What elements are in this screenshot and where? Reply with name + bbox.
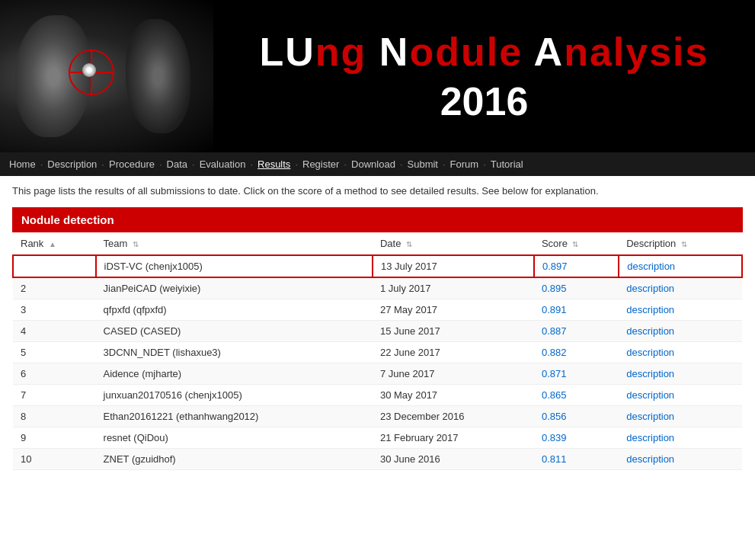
cell-score: 0.856 bbox=[534, 406, 619, 427]
cell-team: ZNET (gzuidhof) bbox=[96, 449, 373, 470]
cell-rank: 10 bbox=[13, 449, 96, 470]
cell-date: 30 June 2016 bbox=[373, 449, 534, 470]
cell-score: 0.891 bbox=[534, 299, 619, 321]
description-link[interactable]: description bbox=[626, 389, 674, 401]
table-row: 3qfpxfd (qfpxfd)27 May 20170.891descript… bbox=[13, 299, 742, 321]
score-link[interactable]: 0.897 bbox=[542, 261, 568, 272]
table-row: 6Aidence (mjharte)7 June 20170.871descri… bbox=[13, 363, 742, 385]
cell-date: 15 June 2017 bbox=[373, 321, 534, 342]
cell-date: 22 June 2017 bbox=[373, 342, 534, 363]
cell-date: 23 December 2016 bbox=[373, 406, 534, 427]
nav-register[interactable]: Register bbox=[302, 158, 339, 170]
score-link[interactable]: 0.891 bbox=[542, 304, 567, 315]
cell-score: 0.811 bbox=[534, 449, 619, 470]
nav-evaluation[interactable]: Evaluation bbox=[200, 158, 246, 170]
table-row: 2JianPeiCAD (weiyixie)1 July 20170.895de… bbox=[13, 277, 742, 299]
description-link[interactable]: description bbox=[626, 325, 674, 337]
description-link[interactable]: description bbox=[626, 304, 674, 315]
table-row: 8Ethan20161221 (ethanhwang2012)23 Decemb… bbox=[13, 406, 742, 427]
cell-team: resnet (QiDou) bbox=[96, 427, 373, 449]
nav-procedure[interactable]: Procedure bbox=[109, 158, 155, 170]
nav-results[interactable]: Results bbox=[258, 158, 290, 170]
cell-team: Aidence (mjharte) bbox=[96, 363, 373, 385]
nav-tutorial[interactable]: Tutorial bbox=[491, 158, 523, 170]
title-l: L bbox=[260, 30, 286, 74]
score-link[interactable]: 0.811 bbox=[542, 453, 567, 465]
cell-description: description bbox=[619, 406, 742, 427]
cell-team: junxuan20170516 (chenjx1005) bbox=[96, 385, 373, 406]
cell-rank bbox=[13, 255, 96, 277]
description-link[interactable]: description bbox=[626, 368, 674, 379]
page-description: This page lists the results of all submi… bbox=[12, 185, 743, 197]
score-link[interactable]: 0.856 bbox=[542, 411, 567, 422]
table-row: 9resnet (QiDou)21 February 20170.839desc… bbox=[13, 427, 742, 449]
score-link[interactable]: 0.895 bbox=[542, 283, 567, 294]
cell-description: description bbox=[619, 321, 742, 342]
cell-team: JianPeiCAD (weiyixie) bbox=[96, 277, 373, 299]
score-link[interactable]: 0.871 bbox=[542, 368, 567, 379]
table-header-row: Rank ▲ Team ⇅ Date ⇅ Score ⇅ Description… bbox=[13, 232, 742, 255]
nav-home[interactable]: Home bbox=[9, 158, 36, 170]
score-link[interactable]: 0.882 bbox=[542, 347, 567, 358]
nav-data[interactable]: Data bbox=[167, 158, 187, 170]
page-header: LUng Nodule Analysis 2016 bbox=[0, 0, 755, 152]
score-link[interactable]: 0.865 bbox=[542, 389, 567, 401]
cell-score: 0.882 bbox=[534, 342, 619, 363]
cell-rank: 8 bbox=[13, 406, 96, 427]
col-rank[interactable]: Rank ▲ bbox=[13, 232, 96, 255]
cell-description: description bbox=[619, 277, 742, 299]
cell-description: description bbox=[619, 449, 742, 470]
cell-date: 30 May 2017 bbox=[373, 385, 534, 406]
cell-team: qfpxfd (qfpxfd) bbox=[96, 299, 373, 321]
lung-right bbox=[126, 19, 190, 133]
cell-rank: 2 bbox=[13, 277, 96, 299]
nav-forum[interactable]: Forum bbox=[450, 158, 479, 170]
cell-team: CASED (CASED) bbox=[96, 321, 373, 342]
cell-rank: 5 bbox=[13, 342, 96, 363]
cell-team: iDST-VC (chenjx1005) bbox=[96, 255, 373, 277]
col-description[interactable]: Description ⇅ bbox=[619, 232, 742, 255]
title-line1: LUng Nodule Analysis bbox=[260, 29, 709, 75]
cell-score: 0.839 bbox=[534, 427, 619, 449]
cell-score: 0.887 bbox=[534, 321, 619, 342]
cell-date: 27 May 2017 bbox=[373, 299, 534, 321]
col-date[interactable]: Date ⇅ bbox=[373, 232, 534, 255]
description-link[interactable]: description bbox=[627, 261, 675, 272]
cell-score: 0.895 bbox=[534, 277, 619, 299]
cell-rank: 9 bbox=[13, 427, 96, 449]
navbar: Home · Description · Procedure · Data · … bbox=[0, 152, 755, 176]
cell-rank: 3 bbox=[13, 299, 96, 321]
nav-description[interactable]: Description bbox=[47, 158, 97, 170]
cell-description: description bbox=[619, 363, 742, 385]
description-link[interactable]: description bbox=[626, 283, 674, 294]
cell-date: 13 July 2017 bbox=[373, 255, 534, 277]
cell-date: 7 June 2017 bbox=[373, 363, 534, 385]
nodule-spot bbox=[82, 63, 96, 77]
results-table: Rank ▲ Team ⇅ Date ⇅ Score ⇅ Description… bbox=[12, 232, 743, 470]
cell-team: Ethan20161221 (ethanhwang2012) bbox=[96, 406, 373, 427]
description-link[interactable]: description bbox=[626, 411, 674, 422]
header-image bbox=[0, 0, 213, 152]
nav-download[interactable]: Download bbox=[351, 158, 395, 170]
score-link[interactable]: 0.839 bbox=[542, 432, 567, 443]
cell-description: description bbox=[619, 299, 742, 321]
col-score[interactable]: Score ⇅ bbox=[534, 232, 619, 255]
cell-rank: 6 bbox=[13, 363, 96, 385]
description-link[interactable]: description bbox=[626, 432, 674, 443]
description-link[interactable]: description bbox=[626, 453, 674, 465]
table-row: iDST-VC (chenjx1005)13 July 20170.897des… bbox=[13, 255, 742, 277]
table-row: 10ZNET (gzuidhof)30 June 20160.811descri… bbox=[13, 449, 742, 470]
cell-rank: 4 bbox=[13, 321, 96, 342]
cell-score: 0.897 bbox=[534, 255, 619, 277]
cell-description: description bbox=[619, 342, 742, 363]
cell-description: description bbox=[619, 255, 742, 277]
title-year: 2016 bbox=[440, 78, 529, 124]
table-row: 4CASED (CASED)15 June 20170.887descripti… bbox=[13, 321, 742, 342]
cell-description: description bbox=[619, 385, 742, 406]
description-link[interactable]: description bbox=[626, 347, 674, 358]
cell-date: 1 July 2017 bbox=[373, 277, 534, 299]
main-content: This page lists the results of all submi… bbox=[0, 176, 755, 479]
col-team[interactable]: Team ⇅ bbox=[96, 232, 373, 255]
score-link[interactable]: 0.887 bbox=[542, 325, 567, 337]
nav-submit[interactable]: Submit bbox=[408, 158, 438, 170]
